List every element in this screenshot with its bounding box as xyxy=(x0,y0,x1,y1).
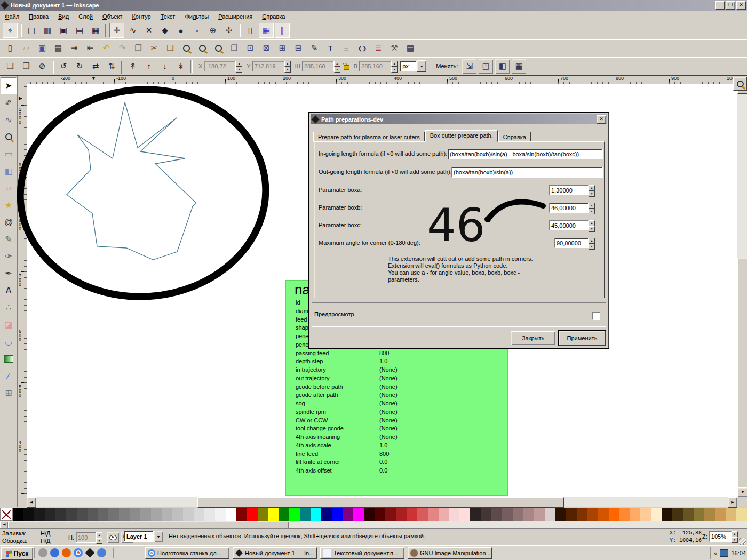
lock-ratio-icon[interactable] xyxy=(344,65,349,70)
scroll-right-icon[interactable]: ▶ xyxy=(728,497,737,508)
snap-rotation-centers-button[interactable]: ✢ xyxy=(221,23,236,38)
palette-swatch[interactable] xyxy=(609,508,619,521)
palette-swatch[interactable] xyxy=(343,508,353,521)
x-field[interactable]: -180,72 xyxy=(204,61,236,71)
palette-swatch[interactable] xyxy=(651,508,662,521)
start-button[interactable]: Пуск xyxy=(1,547,33,560)
param-spinbox-4[interactable]: 90,00000▲▼ xyxy=(554,238,595,249)
no-color-swatch[interactable] xyxy=(0,508,13,521)
spiral-tool[interactable]: @ xyxy=(1,214,17,230)
transform-corners-button[interactable]: ◰ xyxy=(478,59,494,74)
palette-swatch[interactable] xyxy=(619,508,630,521)
duplicate-button[interactable]: ❒ xyxy=(227,41,242,55)
menu-item-2[interactable]: Правка xyxy=(24,12,53,21)
palette-swatch[interactable] xyxy=(481,508,491,521)
palette-swatch[interactable] xyxy=(694,508,704,521)
palette-swatch[interactable] xyxy=(119,508,130,521)
palette-swatch[interactable] xyxy=(34,508,45,521)
param-spinner-2[interactable]: ▲▼ xyxy=(589,203,595,213)
unit-dropdown[interactable]: px ▼ xyxy=(400,61,426,71)
palette-swatch[interactable] xyxy=(417,508,428,521)
fill-and-stroke-dialog-button[interactable]: ✎ xyxy=(307,41,322,55)
tab-3[interactable]: Справка xyxy=(498,132,531,142)
snap-enable-button[interactable]: ⌖ xyxy=(3,23,18,38)
rotate-90-cw-button[interactable]: ↻ xyxy=(72,59,87,74)
param-spinner-3[interactable]: ▲▼ xyxy=(589,220,595,231)
palette-swatch[interactable] xyxy=(640,508,651,521)
xml-editor-button[interactable]: ❮❯ xyxy=(355,41,370,55)
palette-swatch[interactable] xyxy=(289,508,300,521)
tab-2[interactable]: Box cutter prepare path. xyxy=(425,130,498,142)
palette-swatch[interactable] xyxy=(428,508,439,521)
snap-nodes-button[interactable]: ✛ xyxy=(109,23,124,38)
palette-swatch[interactable] xyxy=(226,508,236,521)
palette-swatch[interactable] xyxy=(459,508,470,521)
palette-swatch[interactable] xyxy=(704,508,715,521)
menu-item-7[interactable]: Текст xyxy=(156,12,180,21)
vertical-ruler[interactable]: ▶1000900800700600500400 xyxy=(18,84,27,497)
flip-horizontal-button[interactable]: ⇄ xyxy=(88,59,103,74)
palette-swatch[interactable] xyxy=(364,508,375,521)
ellipse-tool[interactable]: ○ xyxy=(1,180,17,196)
width-field[interactable]: 285,160 xyxy=(302,61,334,71)
palette-swatch[interactable] xyxy=(726,508,736,521)
flip-vertical-button[interactable]: ⇅ xyxy=(104,59,119,74)
palette-swatch[interactable] xyxy=(523,508,534,521)
redo-button[interactable]: ↷ xyxy=(115,41,130,55)
snap-bbox-corners-button[interactable]: ▣ xyxy=(56,23,71,38)
transform-stroke-button[interactable]: ⇲ xyxy=(462,59,477,74)
text-tool[interactable]: A xyxy=(1,282,17,299)
eraser-tool[interactable]: ◪ xyxy=(1,316,17,333)
width-spinner[interactable]: ▲▼ xyxy=(334,61,340,71)
menu-item-10[interactable]: Справка xyxy=(257,12,290,21)
close-dialog-button[interactable]: Закрыть xyxy=(511,331,555,345)
palette-swatch[interactable] xyxy=(311,508,321,521)
palette-swatch[interactable] xyxy=(162,508,172,521)
guides-toggle-button[interactable]: ∥ xyxy=(275,23,290,38)
restore-button[interactable]: ❐ xyxy=(726,1,735,10)
palette-swatch[interactable] xyxy=(396,508,407,521)
connector-tool[interactable]: ⊞ xyxy=(1,385,17,401)
save-document-button[interactable]: ▣ xyxy=(35,41,50,55)
param-value-4[interactable]: 90,00000 xyxy=(554,238,589,248)
height-field[interactable]: 285,160 xyxy=(359,61,391,71)
palette-swatch[interactable] xyxy=(385,508,396,521)
snap-bbox-button[interactable]: ▢ xyxy=(24,23,39,38)
vertical-scrollbar[interactable]: ▲ ▼ xyxy=(737,84,747,497)
formula-input-1[interactable]: (boxa/tan(boxb)/sin(a) - boxa/sin(boxb)/… xyxy=(448,149,603,159)
dialog-title-bar[interactable]: Path preparations-dev ✕ xyxy=(311,114,607,124)
spray-tool[interactable]: ∴ xyxy=(1,299,17,316)
zoom-to-selection-button[interactable] xyxy=(179,41,194,55)
param-value-3[interactable]: 45,00000 xyxy=(549,220,589,230)
grid-toggle-button[interactable]: ▦ xyxy=(259,23,274,38)
group-objects-button[interactable]: ⊞ xyxy=(275,41,290,55)
chevron-down-icon[interactable]: ▼ xyxy=(417,60,426,72)
palette-swatch[interactable] xyxy=(545,508,555,521)
export-bitmap-button[interactable]: ⇤ xyxy=(83,41,98,55)
palette-swatch[interactable] xyxy=(204,508,215,521)
zoom-to-page-button[interactable] xyxy=(211,41,226,55)
apply-button[interactable]: Применить xyxy=(559,331,606,346)
param-spinbox-1[interactable]: 1,30000▲▼ xyxy=(549,185,595,196)
network-icon[interactable] xyxy=(720,549,728,557)
import-bitmap-button[interactable]: ⇥ xyxy=(67,41,82,55)
palette-swatch[interactable] xyxy=(268,508,279,521)
horizontal-scrollbar-thumb[interactable] xyxy=(197,497,564,508)
new-document-button[interactable]: ▯ xyxy=(3,41,18,55)
snap-bbox-edges-button[interactable]: ▥ xyxy=(40,23,55,38)
y-field[interactable]: 712,819 xyxy=(252,61,284,71)
palette-swatch[interactable] xyxy=(534,508,545,521)
menu-item-3[interactable]: Вид xyxy=(53,12,74,21)
palette-swatch[interactable] xyxy=(98,508,109,521)
calligraphy-tool[interactable]: ✒ xyxy=(1,265,17,282)
menu-item-6[interactable]: Контур xyxy=(127,12,155,21)
snap-path-intersections-button[interactable]: ✕ xyxy=(141,23,156,38)
mail-icon[interactable] xyxy=(50,548,59,557)
pencil-tool[interactable]: ✎ xyxy=(1,231,17,247)
x-spinner[interactable]: ▲▼ xyxy=(236,61,242,71)
paint-bucket-tool[interactable]: ◡ xyxy=(1,333,17,350)
palette-swatch[interactable] xyxy=(45,508,55,521)
palette-swatch[interactable] xyxy=(587,508,598,521)
vertical-scrollbar-thumb[interactable] xyxy=(737,258,747,490)
palette-swatch[interactable] xyxy=(353,508,364,521)
